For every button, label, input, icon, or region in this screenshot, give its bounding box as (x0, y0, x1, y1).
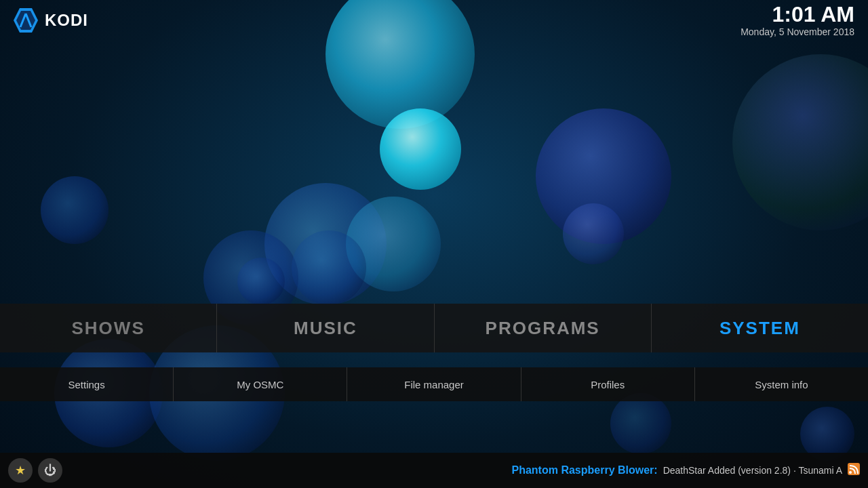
sub-nav-label-profiles: Profiles (591, 379, 625, 390)
nav-item-music[interactable]: MUSIC (217, 304, 434, 352)
sub-nav-filemanager[interactable]: File manager (347, 367, 521, 401)
kodi-icon (14, 8, 38, 33)
sub-nav-profiles[interactable]: Profiles (521, 367, 695, 401)
sub-nav-label-settings: Settings (68, 379, 105, 390)
sub-nav-systeminfo[interactable]: System info (695, 367, 868, 401)
nav-label-system: SYSTEM (719, 318, 800, 339)
sub-nav-settings[interactable]: Settings (0, 367, 174, 401)
news-content: DeathStar Added (version 2.8) · Tsunami … (663, 465, 842, 476)
power-icon: ⏻ (44, 464, 56, 478)
nav-item-system[interactable]: SYSTEM (652, 304, 868, 352)
sub-nav-label-myosmc: My OSMC (237, 379, 283, 390)
star-icon: ★ (15, 463, 26, 478)
nav-label-programs: PROGRAMS (486, 318, 600, 339)
bottom-right-news: Phantom Raspberry Blower: DeathStar Adde… (512, 463, 861, 478)
sub-nav: Settings My OSMC File manager Profiles S… (0, 367, 868, 401)
bottom-left-controls: ★ ⏻ (8, 458, 62, 483)
bottom-bar: ★ ⏻ Phantom Raspberry Blower: DeathStar … (0, 453, 868, 488)
clock-area: 1:01 AM Monday, 5 November 2018 (741, 3, 854, 37)
nav-item-shows[interactable]: SHOWS (0, 304, 217, 352)
sub-nav-myosmc[interactable]: My OSMC (174, 367, 347, 401)
power-button[interactable]: ⏻ (38, 458, 62, 483)
svg-point-5 (849, 471, 852, 474)
main-nav: SHOWS MUSIC PROGRAMS SYSTEM (0, 304, 868, 352)
app-name: KODI (45, 11, 88, 30)
rss-icon (848, 463, 860, 478)
nav-label-shows: SHOWS (72, 318, 145, 339)
content-area (0, 41, 868, 332)
bubble-15 (610, 393, 671, 454)
favorites-button[interactable]: ★ (8, 458, 33, 483)
sub-nav-label-systeminfo: System info (755, 379, 808, 390)
kodi-logo: KODI (14, 8, 88, 33)
news-source-link[interactable]: Phantom Raspberry Blower: (512, 464, 658, 476)
sub-nav-label-filemanager: File manager (404, 379, 464, 390)
nav-label-music: MUSIC (294, 318, 357, 339)
nav-item-programs[interactable]: PROGRAMS (435, 304, 652, 352)
clock-time: 1:01 AM (741, 3, 854, 25)
clock-date: Monday, 5 November 2018 (741, 26, 854, 37)
top-bar: KODI 1:01 AM Monday, 5 November 2018 (0, 0, 868, 41)
